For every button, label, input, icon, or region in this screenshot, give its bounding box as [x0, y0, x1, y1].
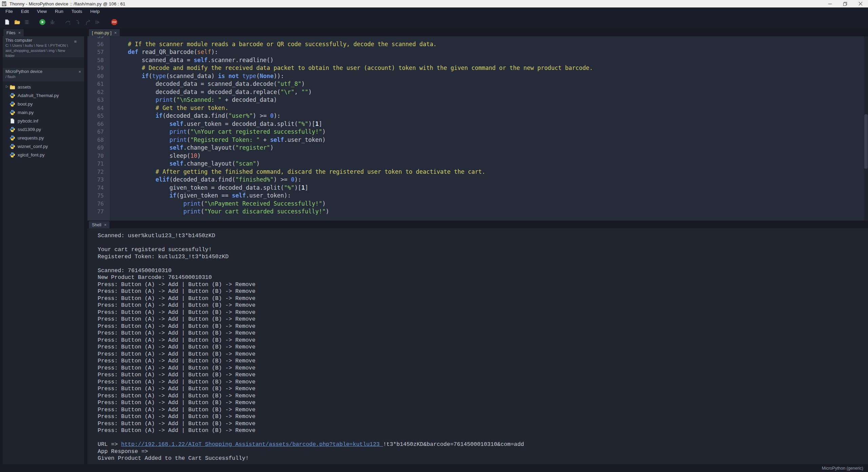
code-line-59[interactable]: 59 # Decode and modify the received data…: [87, 64, 863, 72]
save-file-button[interactable]: [23, 18, 31, 26]
shell-line: Scanned: 7614500010310: [98, 267, 868, 275]
close-icon[interactable]: [853, 0, 868, 7]
code-line-69[interactable]: 69 self.change_layout("register"): [87, 144, 863, 152]
code-line-77[interactable]: 77 print("Your cart discarded successful…: [87, 208, 863, 216]
file-item-wiznet-conf-py[interactable]: wiznet_conf.py: [3, 142, 84, 151]
window-title: Thonny - MicroPython device :: /flash/ma…: [9, 1, 125, 6]
device-panel-close-icon[interactable]: ×: [78, 69, 81, 74]
code-editor[interactable]: 5556 # If the scanner module reads a bar…: [87, 36, 868, 221]
code-line-64[interactable]: 64 # Get the user token.: [87, 104, 863, 112]
device-path[interactable]: / flash: [5, 75, 81, 79]
stop-button[interactable]: STOP: [111, 18, 118, 26]
resume-button[interactable]: [94, 18, 101, 26]
barcode-url-link[interactable]: http://192.168.1.22/AIoT_Shopping_Assist…: [121, 441, 383, 448]
code-line-76[interactable]: 76 print("\nPayment Received Successfull…: [87, 200, 863, 208]
step-out-icon: [84, 19, 91, 25]
code-line-73[interactable]: 73 elif(decoded_data.find("finished%") >…: [87, 176, 863, 184]
file-item-urequests-py[interactable]: urequests.py: [3, 134, 84, 142]
expander-icon[interactable]: ▷: [6, 84, 8, 88]
editor-scrollbar-thumb[interactable]: [864, 114, 868, 169]
code-line-58[interactable]: 58 scanned_data = self.scanner.readline(…: [87, 56, 863, 64]
code-line-62[interactable]: 62 decoded_data = decoded_data.replace("…: [87, 88, 863, 96]
code-line-55[interactable]: 55: [87, 36, 863, 40]
file-item-adafruit-thermal-py[interactable]: Adafruit_Thermal.py: [3, 91, 84, 100]
panel-menu-icon[interactable]: ≡: [74, 39, 77, 44]
code-text: if(type(scanned_data) is not type(None))…: [110, 72, 284, 80]
menubar: FileEditViewRunToolsHelp: [0, 7, 868, 16]
backend-label[interactable]: MicroPython (generic): [822, 466, 863, 471]
new-file-icon: [4, 19, 10, 25]
code-line-70[interactable]: 70 sleep(10): [87, 152, 863, 160]
files-tab-close-icon[interactable]: ×: [18, 31, 21, 35]
code-lines: 5556 # If the scanner module reads a bar…: [87, 36, 863, 216]
file-item-ssd1309-py[interactable]: ssd1309.py: [3, 125, 84, 134]
shell-line: Press: Button (A) -> Add | Button (B) ->…: [98, 379, 868, 386]
minimize-icon[interactable]: [822, 0, 837, 7]
file-item-label: pybcdc.inf: [18, 118, 38, 124]
menu-view[interactable]: View: [33, 7, 51, 16]
shell-tab-close-icon[interactable]: ×: [104, 223, 107, 227]
code-line-74[interactable]: 74 given_token = decoded_data.split("%")…: [87, 184, 863, 192]
code-line-56[interactable]: 56 # If the scanner module reads a barco…: [87, 40, 863, 49]
tab-main-py[interactable]: [ main.py ] ×: [89, 29, 120, 36]
code-text: sleep(10): [110, 152, 201, 160]
open-file-button[interactable]: [13, 18, 21, 26]
code-line-67[interactable]: 67 print("\nYour cart registered success…: [87, 128, 863, 136]
code-line-68[interactable]: 68 print("Registered Token: " + self.use…: [87, 136, 863, 144]
svg-text:STOP: STOP: [112, 21, 116, 23]
code-line-65[interactable]: 65 if(decoded_data.find("user%") >= 0):: [87, 112, 863, 120]
editor-scrollbar[interactable]: [864, 36, 868, 221]
code-text: print("Registered Token: " + self.user_t…: [110, 136, 326, 144]
file-item-pybcdc-inf[interactable]: pybcdc.inf: [3, 117, 84, 125]
file-item-assets[interactable]: ▷assets: [3, 83, 84, 91]
line-number: 72: [87, 168, 110, 176]
file-item-xglcd-font-py[interactable]: xglcd_font.py: [3, 151, 84, 159]
menu-tools[interactable]: Tools: [67, 7, 86, 16]
code-line-75[interactable]: 75 if(given_token == self.user_token):: [87, 192, 863, 200]
code-text: print("\nYour cart registered successful…: [110, 128, 326, 136]
file-icon: [9, 118, 15, 124]
file-item-main-py[interactable]: main.py: [3, 108, 84, 117]
maximize-icon[interactable]: [837, 0, 853, 7]
computer-path-line[interactable]: folder: [5, 54, 81, 58]
code-line-72[interactable]: 72 # After getting the finished command,…: [87, 168, 863, 176]
editor-tab-close-icon[interactable]: ×: [114, 31, 117, 35]
shell-line: Press: Button (A) -> Add | Button (B) ->…: [98, 393, 868, 400]
window-controls: [822, 0, 868, 7]
menu-edit[interactable]: Edit: [17, 7, 33, 16]
step-out-button[interactable]: [84, 18, 91, 26]
line-number: 69: [87, 144, 110, 152]
step-over-button[interactable]: [64, 18, 72, 26]
code-line-60[interactable]: 60 if(type(scanned_data) is not type(Non…: [87, 72, 863, 80]
tab-shell[interactable]: Shell ×: [89, 221, 110, 228]
code-text: # Get the user token.: [110, 104, 229, 112]
computer-path-line[interactable]: C: \ Users \ kutlu \ New E \ PYTHON \: [5, 43, 81, 48]
shell-line: Press: Button (A) -> Add | Button (B) ->…: [98, 316, 868, 323]
code-line-57[interactable]: 57 def read_QR_barcode(self):: [87, 48, 863, 56]
code-line-71[interactable]: 71 self.change_layout("scan"): [87, 160, 863, 168]
menu-run[interactable]: Run: [51, 7, 67, 16]
code-line-63[interactable]: 63 print("\nScanned: " + decoded_data): [87, 96, 863, 104]
file-item-boot-py[interactable]: boot.py: [3, 100, 84, 108]
run-button[interactable]: [39, 18, 46, 26]
line-number: 57: [87, 48, 110, 56]
shell-line: Press: Button (A) -> Add | Button (B) ->…: [98, 427, 868, 434]
line-number: 55: [87, 36, 110, 40]
code-line-61[interactable]: 61 decoded_data = scanned_data.decode("u…: [87, 80, 863, 88]
code-text: def read_QR_barcode(self):: [110, 48, 218, 56]
computer-path-line[interactable]: aiot_shopping_assistant \ img \ New: [5, 49, 81, 53]
shell-output[interactable]: Scanned: user%kutlu123_!t3*b1450zKD Your…: [87, 228, 868, 464]
tab-files[interactable]: Files ×: [3, 29, 24, 36]
step-into-button[interactable]: [74, 18, 81, 26]
new-file-button[interactable]: [3, 18, 11, 26]
code-line-66[interactable]: 66 self.user_token = decoded_data.split(…: [87, 120, 863, 128]
line-number: 77: [87, 208, 110, 216]
debug-button[interactable]: [48, 18, 56, 26]
shell-line: Registered Token: kutlu123_!t3*b1450zKD: [98, 253, 868, 261]
titlebar: Thonny - MicroPython device :: /flash/ma…: [0, 0, 868, 7]
line-number: 61: [87, 80, 110, 88]
line-number: 76: [87, 200, 110, 208]
code-text: if(decoded_data.find("user%") >= 0):: [110, 112, 280, 120]
menu-file[interactable]: File: [1, 7, 17, 16]
menu-help[interactable]: Help: [86, 7, 104, 16]
